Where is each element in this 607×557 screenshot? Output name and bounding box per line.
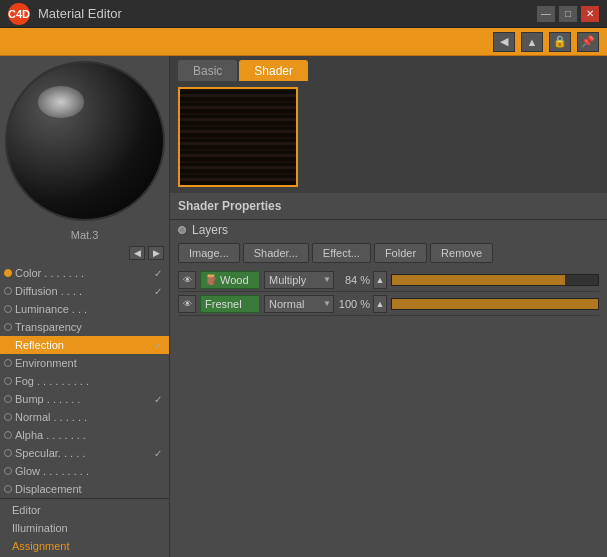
channel-dot-color [4,269,12,277]
channel-item-luminance[interactable]: Luminance . . . [0,300,169,318]
channel-item-normal[interactable]: Normal . . . . . . [0,408,169,426]
layer-name-wood[interactable]: 🪵 Wood [200,271,260,289]
left-sidebar: Mat.3 ◀ ▶ Color . . . . . . . ✓ Diffusio… [0,56,170,557]
channel-item-transparency[interactable]: Transparency [0,318,169,336]
channel-dot-bump [4,395,12,403]
shader-button[interactable]: Shader... [243,243,309,263]
channel-name-fog: Fog . . . . . . . . . [15,375,148,387]
channel-dot-transparency [4,323,12,331]
channel-name-diffusion: Diffusion . . . . [15,285,148,297]
window-title: Material Editor [38,6,122,21]
nav-up-button[interactable]: ▲ [521,32,543,52]
channel-item-displacement[interactable]: Displacement [0,480,169,498]
opacity-stepper-fresnel[interactable]: ▲ [373,295,387,313]
thumbnail-strip [170,81,607,193]
layer-opacity-wood: 84 % ▲ [338,271,387,289]
channel-dot-diffusion [4,287,12,295]
folder-button[interactable]: Folder [374,243,427,263]
preview-highlight [38,86,85,117]
remove-button[interactable]: Remove [430,243,493,263]
thumbnail-image-wood[interactable] [178,87,298,187]
effect-button[interactable]: Effect... [312,243,371,263]
thumbnail-item-1[interactable] [178,87,298,187]
channel-name-reflection: Reflection [15,339,148,351]
channel-name-bump: Bump . . . . . . [15,393,148,405]
preview-sphere [7,63,163,219]
channel-item-alpha[interactable]: Alpha . . . . . . . [0,426,169,444]
layer-row-wood: 👁 🪵 Wood Multiply Normal Screen Overlay [178,268,599,292]
sidebar-item-editor[interactable]: Editor [4,501,165,519]
image-button[interactable]: Image... [178,243,240,263]
right-panel: Basic Shader Shader Properties Layers [170,56,607,557]
material-preview [5,61,165,221]
tab-row: Basic Shader [170,56,607,81]
sidebar-item-assignment[interactable]: Assignment [4,537,165,555]
channel-item-color[interactable]: Color . . . . . . . ✓ [0,264,169,282]
channel-item-environment[interactable]: Environment [0,354,169,372]
channel-dot-reflection [4,341,12,349]
channel-check-bump: ✓ [151,394,165,405]
opacity-bar-fill-wood [392,275,565,285]
title-bar-left: C4D Material Editor [8,3,122,25]
maximize-button[interactable]: □ [559,6,577,22]
layer-vis-fresnel[interactable]: 👁 [178,295,196,313]
title-bar: C4D Material Editor — □ ✕ [0,0,607,28]
channel-item-fog[interactable]: Fog . . . . . . . . . [0,372,169,390]
toolbar: ◀ ▲ 🔒 📌 [0,28,607,56]
tab-basic[interactable]: Basic [178,60,237,81]
main-layout: Mat.3 ◀ ▶ Color . . . . . . . ✓ Diffusio… [0,56,607,557]
nav-left-button[interactable]: ◀ [493,32,515,52]
channel-name-displacement: Displacement [15,483,148,495]
layer-name-text-wood: Wood [220,274,249,286]
channel-list: Color . . . . . . . ✓ Diffusion . . . . … [0,262,169,498]
layer-blend-wrapper-fresnel: Normal Multiply Screen Overlay [264,295,334,313]
layers-dot [178,226,186,234]
channel-dot-glow [4,467,12,475]
channel-item-diffusion[interactable]: Diffusion . . . . ✓ [0,282,169,300]
layer-opacity-fresnel: 100 % ▲ [338,295,387,313]
opacity-stepper-wood[interactable]: ▲ [373,271,387,289]
app-logo: C4D [8,3,30,25]
layers-section: Layers Image... Shader... Effect... Fold… [170,220,607,557]
close-button[interactable]: ✕ [581,6,599,22]
channel-item-glow[interactable]: Glow . . . . . . . . [0,462,169,480]
channel-name-environment: Environment [15,357,148,369]
channel-item-bump[interactable]: Bump . . . . . . ✓ [0,390,169,408]
layer-row-fresnel: 👁 Fresnel Normal Multiply Screen Overlay [178,292,599,316]
channel-name-color: Color . . . . . . . [15,267,148,279]
opacity-value-wood: 84 % [338,274,370,286]
tab-shader[interactable]: Shader [239,60,308,81]
shader-area: Shader Properties Layers Image... Shader… [170,81,607,557]
wood-grain-texture [180,89,296,185]
layer-toolbar: Image... Shader... Effect... Folder Remo… [170,240,607,266]
pin-button[interactable]: 📌 [577,32,599,52]
channel-check-reflection: ✓ [151,340,165,351]
channel-item-specular[interactable]: Specular. . . . . ✓ [0,444,169,462]
channel-dot-displacement [4,485,12,493]
channel-dot-normal [4,413,12,421]
material-name-label: Mat.3 [0,226,169,244]
preview-next-button[interactable]: ▶ [148,246,164,260]
preview-prev-button[interactable]: ◀ [129,246,145,260]
channel-name-glow: Glow . . . . . . . . [15,465,148,477]
layer-blend-select-wood[interactable]: Multiply Normal Screen Overlay [264,271,334,289]
layers-label: Layers [192,223,228,237]
channel-item-reflection[interactable]: Reflection ✓ [0,336,169,354]
layer-vis-wood[interactable]: 👁 [178,271,196,289]
channel-name-transparency: Transparency [15,321,148,333]
channel-name-specular: Specular. . . . . [15,447,148,459]
lock-button[interactable]: 🔒 [549,32,571,52]
sidebar-item-illumination[interactable]: Illumination [4,519,165,537]
opacity-bar-fresnel[interactable] [391,298,599,310]
opacity-bar-wood[interactable] [391,274,599,286]
layer-name-fresnel[interactable]: Fresnel [200,295,260,313]
layer-blend-select-fresnel[interactable]: Normal Multiply Screen Overlay [264,295,334,313]
channel-check-color: ✓ [151,268,165,279]
minimize-button[interactable]: — [537,6,555,22]
channel-check-specular: ✓ [151,448,165,459]
channel-dot-environment [4,359,12,367]
layer-rows: 👁 🪵 Wood Multiply Normal Screen Overlay [170,266,607,557]
shader-properties-label: Shader Properties [170,193,607,220]
channel-dot-specular [4,449,12,457]
channel-check-diffusion: ✓ [151,286,165,297]
